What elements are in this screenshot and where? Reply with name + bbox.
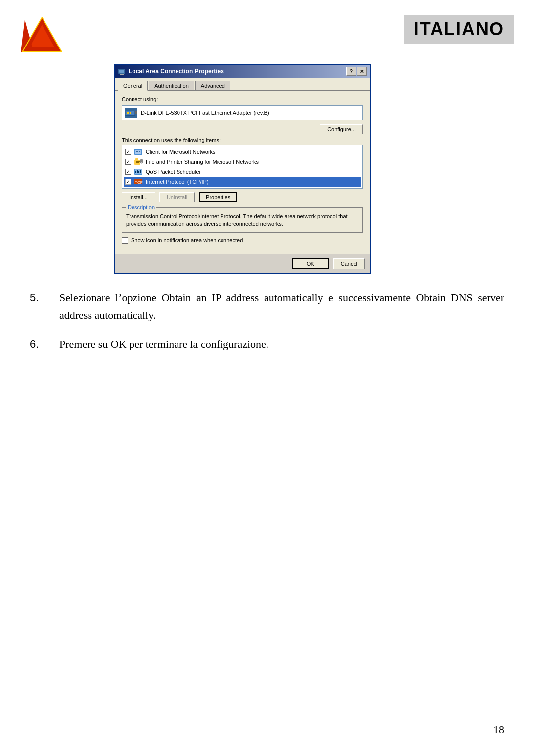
adapter-name: D-Link DFE-530TX PCI Fast Ethernet Adapt… <box>141 110 269 116</box>
qos-scheduler-icon <box>134 168 143 176</box>
top-area: ITALIANO <box>0 0 534 61</box>
install-button[interactable]: Install... <box>122 192 155 202</box>
connect-using-label: Connect using: <box>122 96 363 102</box>
tabs-row: General Authentication Advanced <box>115 78 370 91</box>
svg-rect-24 <box>136 162 139 163</box>
checkbox-tcpip[interactable]: ✓ <box>125 179 131 185</box>
tab-authentication[interactable]: Authentication <box>149 81 194 90</box>
page-number: 18 <box>493 723 504 736</box>
list-item[interactable]: ✓ File and Printer Sharing for Microsoft… <box>124 157 361 167</box>
dialog-bottom: OK Cancel <box>115 254 370 273</box>
list-item[interactable]: ✓ QoS Packet Scheduler <box>124 167 361 177</box>
instruction-number-6: 6. <box>30 335 49 353</box>
svg-rect-26 <box>141 162 142 164</box>
svg-rect-22 <box>135 158 138 160</box>
items-listbox: ✓ Client for Microsoft Networks ✓ <box>122 145 363 189</box>
properties-button[interactable]: Properties <box>199 192 237 202</box>
tab-general[interactable]: General <box>118 81 148 91</box>
configure-button[interactable]: Configure... <box>320 124 363 134</box>
dialog-title: Local Area Connection Properties <box>129 68 224 75</box>
checkbox-client[interactable]: ✓ <box>125 149 131 155</box>
description-group-title: Description <box>126 204 156 210</box>
svg-rect-15 <box>130 112 131 114</box>
titlebar-icon <box>118 67 126 75</box>
instruction-item-6: 6. Premere su OK per terminare la config… <box>30 335 504 353</box>
tab-advanced[interactable]: Advanced <box>195 81 230 90</box>
logo <box>20 15 64 56</box>
configure-row: Configure... <box>122 124 363 134</box>
cancel-button[interactable]: Cancel <box>333 258 365 269</box>
item-label-qos: QoS Packet Scheduler <box>146 169 201 175</box>
svg-rect-8 <box>119 70 124 73</box>
description-text: Transmission Control Protocol/Internet P… <box>126 213 358 228</box>
svg-rect-23 <box>136 161 140 162</box>
list-item[interactable]: ✓ TCP Internet Protocol (TCP/IP) <box>124 177 361 187</box>
show-icon-row: Show icon in notification area when conn… <box>122 237 363 244</box>
adapter-icon <box>125 108 137 118</box>
italiano-label: ITALIANO <box>404 15 514 44</box>
item-label-tcpip: Internet Protocol (TCP/IP) <box>146 179 209 185</box>
description-group: Description Transmission Control Protoco… <box>122 207 363 233</box>
instruction-number-5: 5. <box>30 289 49 324</box>
adapter-row: D-Link DFE-530TX PCI Fast Ethernet Adapt… <box>122 105 363 120</box>
ok-button[interactable]: OK <box>292 258 329 269</box>
titlebar-controls: ? ✕ <box>346 67 367 76</box>
action-buttons-row: Install... Uninstall Properties <box>122 192 363 202</box>
item-label-client: Client for Microsoft Networks <box>146 149 216 155</box>
instruction-text-6: Premere su OK per terminare la configura… <box>59 335 504 353</box>
item-label-fileprint: File and Printer Sharing for Microsoft N… <box>146 159 259 165</box>
show-icon-label: Show icon in notification area when conn… <box>131 237 243 243</box>
svg-rect-10 <box>120 74 124 75</box>
titlebar-left: Local Area Connection Properties <box>118 67 224 75</box>
svg-rect-12 <box>135 111 137 114</box>
svg-rect-16 <box>125 115 135 116</box>
uninstall-button[interactable]: Uninstall <box>159 192 195 202</box>
checkbox-fileprint[interactable]: ✓ <box>125 159 131 165</box>
show-icon-checkbox[interactable] <box>122 237 128 244</box>
instruction-item-5: 5. Selezionare l’opzione Obtain an IP ad… <box>30 289 504 324</box>
help-button[interactable]: ? <box>346 67 356 76</box>
dialog-content: Connect using: D-Link DFE-530TX PCI Fast… <box>115 91 370 254</box>
instruction-text-5: Selezionare l’opzione Obtain an IP addre… <box>59 289 504 324</box>
svg-rect-19 <box>136 151 138 152</box>
dialog-container: Local Area Connection Properties ? ✕ Gen… <box>114 64 371 274</box>
file-printer-icon <box>134 158 143 166</box>
svg-text:TCP: TCP <box>135 180 143 185</box>
dialog-window: Local Area Connection Properties ? ✕ Gen… <box>114 64 371 274</box>
client-networks-icon <box>134 148 143 156</box>
checkbox-qos[interactable]: ✓ <box>125 169 131 175</box>
svg-rect-18 <box>135 150 141 154</box>
text-content: 5. Selezionare l’opzione Obtain an IP ad… <box>0 274 534 375</box>
close-button[interactable]: ✕ <box>357 67 367 76</box>
list-item[interactable]: ✓ Client for Microsoft Networks <box>124 147 361 157</box>
svg-rect-14 <box>127 112 129 114</box>
tcpip-icon: TCP <box>134 178 143 186</box>
dialog-titlebar: Local Area Connection Properties ? ✕ <box>115 65 370 78</box>
svg-rect-20 <box>139 151 140 152</box>
items-label: This connection uses the following items… <box>122 137 363 143</box>
